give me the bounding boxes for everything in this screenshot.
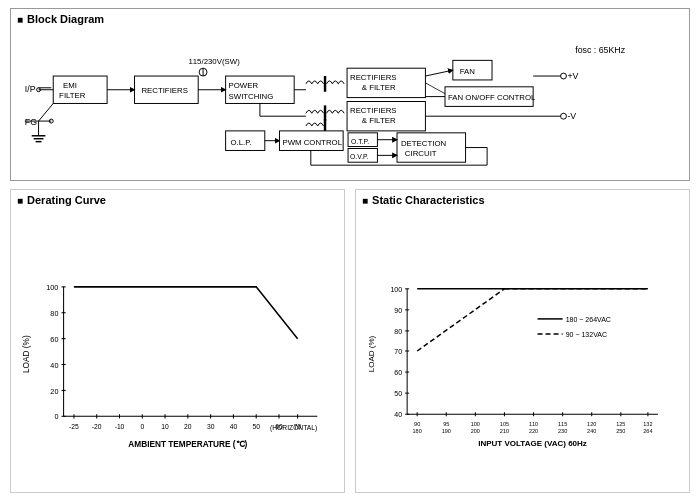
sx-tick-180: 180	[413, 428, 422, 434]
legend-dashed-label: 90 ~ 132VAC	[566, 331, 607, 338]
x-tick-0: 0	[140, 423, 144, 430]
otp-label: O.T.P.	[351, 138, 369, 145]
sy-tick-80: 80	[394, 328, 402, 335]
static-char-title: Static Characteristics	[362, 194, 683, 206]
x-tick-40: 40	[230, 423, 238, 430]
sx-tick-200: 200	[471, 428, 480, 434]
x-tick-30: 30	[207, 423, 215, 430]
legend-solid-label: 180 ~ 264VAC	[566, 316, 611, 323]
derating-curve-line	[74, 287, 298, 339]
derating-chart-area: LOAD (%) 0 20 40 60 80 100	[17, 210, 338, 488]
dashed-line	[417, 289, 504, 351]
sx-tick-132: 132	[643, 421, 652, 427]
svg-point-21	[561, 73, 567, 79]
sy-tick-60: 60	[394, 369, 402, 376]
svg-line-46	[39, 103, 54, 121]
power-switching-label1: POWER	[229, 81, 259, 90]
ip-label: I/P	[25, 84, 36, 94]
rect-filter-top-label2: & FILTER	[362, 83, 396, 92]
static-char-section: Static Characteristics LOAD (%) 40 50 60	[355, 189, 690, 493]
emi-filter-label2: FILTER	[59, 91, 86, 100]
sx-tick-210: 210	[500, 428, 509, 434]
block-diagram-svg: I/P FG EMI FILTER RECTIFIERS	[17, 29, 683, 174]
plus-v-label: +V	[567, 71, 578, 81]
sx-tick-190: 190	[442, 428, 451, 434]
x-tick--10: -10	[115, 423, 125, 430]
rect-filter-bot-label2: & FILTER	[362, 116, 396, 125]
sx-tick-115: 115	[558, 421, 567, 427]
svg-line-18	[425, 70, 452, 76]
sx-tick-120: 120	[587, 421, 596, 427]
page: Block Diagram I/P FG EMI FILTER	[0, 0, 700, 501]
fosc-label: fosc : 65KHz	[575, 45, 625, 55]
y-tick-20: 20	[50, 387, 58, 396]
sx-tick-105: 105	[500, 421, 509, 427]
sx-tick-264: 264	[643, 428, 652, 434]
derating-curve-section: Derating Curve LOAD (%) 0 20 40 6	[10, 189, 345, 493]
svg-point-24	[561, 113, 567, 119]
sx-tick-230: 230	[558, 428, 567, 434]
minus-v-label: -V	[567, 111, 576, 121]
svg-line-48	[425, 83, 445, 94]
sx-tick-110: 110	[529, 421, 538, 427]
horizontal-label: (HORIZONTAL)	[270, 424, 317, 432]
rect-filter-bot-label1: RECTIFIERS	[350, 106, 397, 115]
y-tick-100: 100	[46, 283, 58, 292]
x-tick-50: 50	[252, 423, 260, 430]
sy-tick-40: 40	[394, 411, 402, 418]
x-tick--20: -20	[92, 423, 102, 430]
sx-tick-250: 250	[616, 428, 625, 434]
y-tick-80: 80	[50, 309, 58, 318]
rect-filter-top-label1: RECTIFIERS	[350, 73, 397, 82]
static-x-label: INPUT VOLTAGE (VAC) 60Hz	[478, 439, 587, 448]
sx-tick-90: 90	[414, 421, 420, 427]
x-tick-10: 10	[161, 423, 169, 430]
static-chart-area: LOAD (%) 40 50 60 70 80 90	[362, 210, 683, 488]
x-tick-20: 20	[184, 423, 192, 430]
power-switching-label2: SWITCHING	[229, 92, 274, 101]
sx-tick-100: 100	[471, 421, 480, 427]
detection-label1: DETECTION	[401, 139, 447, 148]
bottom-section: Derating Curve LOAD (%) 0 20 40 6	[10, 189, 690, 493]
fan-label: FAN	[460, 67, 476, 76]
block-diagram-title: Block Diagram	[17, 13, 683, 25]
fg-label: FG	[25, 117, 37, 127]
static-chart-svg: LOAD (%) 40 50 60 70 80 90	[362, 210, 683, 488]
y-tick-0: 0	[54, 412, 58, 421]
derating-chart-svg: LOAD (%) 0 20 40 60 80 100	[17, 210, 338, 488]
sy-tick-50: 50	[394, 390, 402, 397]
voltage-label: 115/230V(SW)	[188, 57, 240, 66]
emi-filter-label: EMI	[63, 81, 77, 90]
sy-tick-100: 100	[390, 286, 402, 293]
derating-curve-title: Derating Curve	[17, 194, 338, 206]
y-tick-60: 60	[50, 335, 58, 344]
sx-tick-95: 95	[443, 421, 449, 427]
fan-control-label: FAN ON/OFF CONTROL	[448, 93, 536, 102]
olp-label: O.L.P.	[231, 138, 252, 147]
derating-y-label: LOAD (%)	[22, 335, 31, 373]
rectifiers-label: RECTIFIERS	[141, 86, 188, 95]
block-diagram-content: I/P FG EMI FILTER RECTIFIERS	[17, 29, 683, 174]
sx-tick-125: 125	[616, 421, 625, 427]
sx-tick-220: 220	[529, 428, 538, 434]
derating-x-label: AMBIENT TEMPERATURE (℃)	[128, 440, 247, 449]
pwm-label: PWM CONTROL	[282, 138, 342, 147]
sy-tick-90: 90	[394, 307, 402, 314]
sx-tick-240: 240	[587, 428, 596, 434]
x-tick--25: -25	[69, 423, 79, 430]
detection-label2: CIRCUIT	[405, 149, 437, 158]
static-y-label: LOAD (%)	[367, 335, 376, 372]
y-tick-40: 40	[50, 361, 58, 370]
sy-tick-70: 70	[394, 348, 402, 355]
block-diagram-section: Block Diagram I/P FG EMI FILTER	[10, 8, 690, 181]
ovp-label: O.V.P.	[350, 153, 369, 160]
